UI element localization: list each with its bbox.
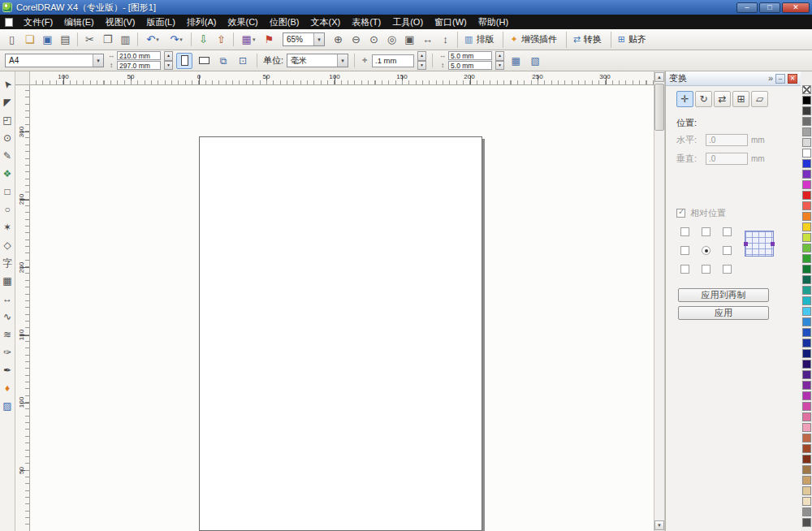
units-combobox[interactable]: 毫米 [287,54,348,67]
snap-button[interactable]: ⊞ 贴齐 [611,32,653,48]
anchor-top-left[interactable] [680,227,689,236]
import-icon[interactable]: ⇩ [195,31,212,48]
ruler-origin-button[interactable] [15,71,30,85]
blend-tool[interactable]: ≋ [0,326,15,343]
freehand-tool[interactable]: ✎ [0,147,15,165]
color-swatch[interactable] [802,265,811,274]
color-swatch[interactable] [802,360,811,369]
drawing-canvas[interactable] [30,85,654,531]
menu-bitmaps[interactable]: 位图(B) [264,15,305,29]
color-swatch[interactable] [802,455,811,464]
connector-tool[interactable]: ∿ [0,308,15,326]
color-swatch[interactable] [802,296,811,305]
position-transform-button[interactable]: ✛ [676,91,693,107]
color-swatch[interactable] [802,180,811,189]
smart-fill-tool[interactable]: ❖ [0,165,15,183]
draw-options-button[interactable]: ▧ [527,53,543,69]
zoom-out-icon[interactable]: ⊖ [348,31,365,48]
zoom-selected-icon[interactable]: ⊙ [365,31,382,48]
color-swatch[interactable] [802,222,811,231]
export-icon[interactable]: ⇧ [213,31,230,48]
anchor-center[interactable] [702,246,710,255]
color-swatch[interactable] [802,106,811,115]
color-swatch[interactable] [802,476,811,485]
color-swatch[interactable] [802,127,811,136]
anchor-bottom[interactable] [702,265,710,274]
snap-options-button[interactable]: ▦ [508,53,524,69]
color-swatch[interactable] [802,381,811,390]
horizontal-position-input[interactable]: .0 [706,134,748,146]
separator[interactable] [137,32,138,46]
fill-tool[interactable]: ♦ [0,379,15,397]
zoom-page-width-icon[interactable]: ↔ [419,31,436,48]
docker-collapse-button[interactable]: – [775,74,785,84]
maximize-button[interactable]: □ [759,2,780,13]
minimize-button[interactable]: – [736,2,758,13]
duplicate-spinner[interactable] [495,51,504,70]
color-swatch[interactable] [802,275,811,284]
color-swatch[interactable] [802,233,811,242]
docker-close-button[interactable]: ✕ [788,74,797,84]
nudge-offset-field[interactable]: .1 mm [372,54,414,67]
anchor-bottom-right[interactable] [723,265,732,274]
apply-to-duplicate-button[interactable]: 应用到再制 [678,288,769,302]
vertical-position-input[interactable]: .0 [706,153,748,165]
color-swatch[interactable] [802,370,811,379]
scale-mirror-transform-button[interactable]: ⇄ [714,91,731,107]
copy-icon[interactable]: ❐ [99,31,116,48]
color-swatch[interactable] [802,497,811,506]
close-button[interactable]: ✕ [782,2,810,13]
interactive-fill-tool[interactable]: ▨ [0,397,15,415]
save-icon[interactable]: ▣ [39,31,56,48]
portrait-button[interactable] [176,53,192,69]
menu-edit[interactable]: 编辑(E) [58,15,100,29]
separator[interactable] [233,32,234,46]
all-pages-button[interactable]: ⧉ [215,53,231,69]
convert-button[interactable]: ⇄ 转换 [566,32,608,48]
dropdown-arrow-icon[interactable] [337,54,348,67]
anchor-top[interactable] [702,227,710,236]
docker-chevron-icon[interactable]: » [768,74,773,83]
color-swatch[interactable] [802,339,811,348]
nudge-spinner[interactable] [417,51,426,70]
no-color-swatch[interactable] [802,85,811,94]
separator[interactable] [77,32,78,46]
color-swatch[interactable] [802,254,811,263]
welcome-screen-icon[interactable]: ⚑ [261,31,278,48]
menu-arrange[interactable]: 排列(A) [181,15,222,29]
color-swatch[interactable] [802,465,811,474]
horizontal-ruler[interactable]: 10050050100150200250300 [30,71,654,85]
color-swatch[interactable] [802,201,811,210]
color-swatch[interactable] [802,423,811,432]
dropdown-arrow-icon[interactable] [93,54,103,67]
open-icon[interactable]: ❏ [21,31,38,48]
anchor-left[interactable] [680,246,689,255]
scrollbar-thumb[interactable] [654,84,664,131]
enhanced-plugins-button[interactable]: ✦ 增强插件 [503,32,563,48]
menu-layout[interactable]: 版面(L) [140,15,180,29]
zoom-page-icon[interactable]: ▣ [401,31,418,48]
duplicate-x-field[interactable]: 5.0 mm [448,51,492,60]
current-page-button[interactable]: ⊡ [235,53,251,69]
anchor-bottom-left[interactable] [680,265,689,274]
print-icon[interactable]: ▤ [57,31,74,48]
separator[interactable] [191,32,192,46]
paper-size-combobox[interactable]: A4 [5,54,104,67]
color-swatch[interactable] [802,307,811,316]
zoom-page-height-icon[interactable]: ↕ [437,31,454,48]
new-document-icon[interactable]: ▯ [3,31,20,48]
anchor-right[interactable] [723,246,732,255]
paper-height-field[interactable]: 297.0 mm [117,61,161,70]
typesetting-button[interactable]: ▥ 排版 [457,32,500,48]
color-swatch[interactable] [802,434,811,442]
color-swatch[interactable] [802,518,811,527]
shape-tool[interactable]: ◤ [0,93,15,111]
color-swatch[interactable] [802,149,811,158]
menu-tools[interactable]: 工具(O) [387,15,429,29]
zoom-all-objects-icon[interactable]: ◎ [383,31,400,48]
cut-icon[interactable]: ✂ [81,31,98,48]
color-swatch[interactable] [802,391,811,400]
menu-file[interactable]: 文件(F) [18,15,58,29]
color-swatch[interactable] [802,486,811,495]
color-swatch[interactable] [802,412,811,421]
